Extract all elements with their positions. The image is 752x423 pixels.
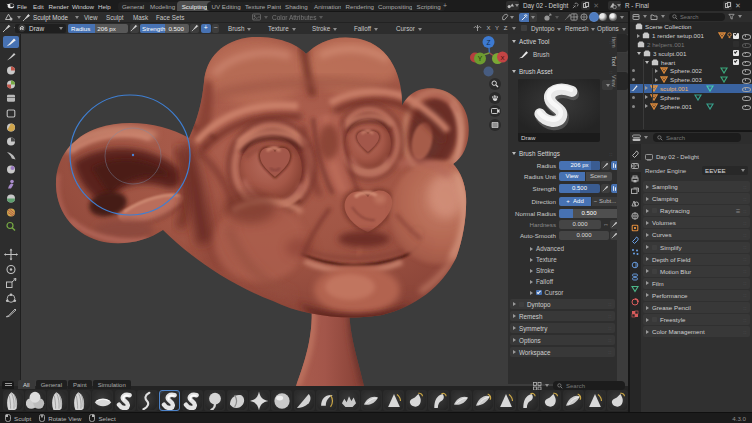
svg-text:Z: Z bbox=[487, 39, 491, 46]
svg-text:X: X bbox=[500, 55, 504, 61]
svg-text:Y: Y bbox=[478, 55, 483, 62]
